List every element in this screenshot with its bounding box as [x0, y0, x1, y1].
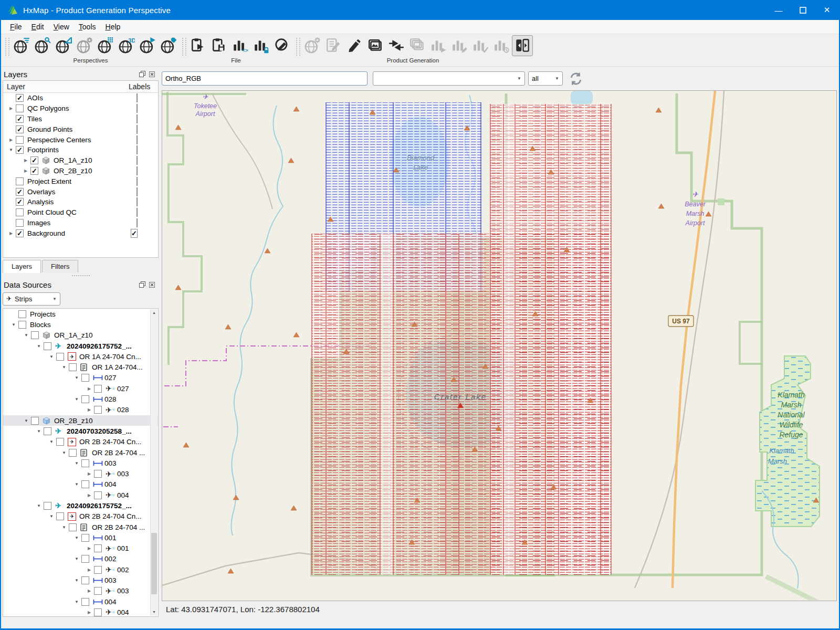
expand-arrow-icon[interactable]: ▼: [59, 365, 69, 370]
datasource-checkbox[interactable]: [44, 427, 51, 435]
datasource-checkbox[interactable]: [94, 385, 102, 393]
layer-labels-checkbox[interactable]: [136, 93, 138, 102]
merge-arrows-button[interactable]: [386, 35, 407, 56]
collapse-arrow-icon[interactable]: ▶: [6, 231, 16, 236]
expand-arrow-icon[interactable]: ▼: [9, 322, 18, 327]
collapse-arrow-icon[interactable]: ▶: [85, 568, 94, 572]
layer-visibility-checkbox[interactable]: ✓: [30, 156, 38, 164]
datasource-row-projects[interactable]: Projects: [3, 309, 158, 319]
chart-code-button[interactable]: <>: [230, 35, 251, 56]
datasource-row-20240926175752-[interactable]: ▼✈20240926175752_...: [3, 500, 158, 511]
datasource-checkbox[interactable]: [44, 342, 51, 350]
layer-visibility-checkbox[interactable]: ✓: [16, 198, 24, 206]
menu-help[interactable]: Help: [101, 21, 125, 33]
dock-splitter[interactable]: [3, 272, 159, 278]
chart-lock-button[interactable]: [251, 35, 272, 56]
layer-labels-checkbox[interactable]: [136, 187, 138, 196]
datasource-row-001[interactable]: ▼001: [3, 532, 158, 543]
close-icon[interactable]: [149, 71, 155, 78]
layer-row-overlays[interactable]: ✓Overlays: [3, 186, 158, 197]
layer-visibility-checkbox[interactable]: [16, 104, 24, 112]
toolbar-drag-handle[interactable]: [182, 38, 186, 56]
maximize-button[interactable]: [791, 0, 815, 20]
collapse-arrow-icon[interactable]: ▶: [85, 493, 94, 498]
globe-grid-button[interactable]: [95, 35, 116, 56]
collapse-arrow-icon[interactable]: ▶: [85, 407, 94, 412]
scroll-up-icon[interactable]: ▲: [151, 309, 158, 317]
datasource-checkbox[interactable]: [94, 544, 102, 552]
expand-arrow-icon[interactable]: ▼: [72, 536, 81, 540]
expand-arrow-icon[interactable]: ▼: [6, 148, 16, 152]
layer-labels-checkbox[interactable]: [136, 177, 138, 186]
layer-labels-checkbox[interactable]: [136, 197, 138, 206]
datasource-row-or-2b-24-704-cn-[interactable]: ▼✈OR 2B 24-704 Cn...: [3, 437, 158, 447]
expand-arrow-icon[interactable]: ▼: [34, 503, 44, 508]
clipboard-save-button[interactable]: [209, 35, 230, 56]
datasource-row-blocks[interactable]: ▼Blocks: [3, 319, 158, 330]
expand-arrow-icon[interactable]: ▼: [22, 418, 31, 423]
datasource-row-20240926175752-[interactable]: ▼✈20240926175752_...: [3, 341, 158, 351]
globe-filter-button[interactable]: [11, 35, 32, 56]
datasource-checkbox[interactable]: [94, 566, 102, 574]
datasource-row-20240703205258-[interactable]: ▼✈20240703205258_...: [3, 426, 158, 436]
datasource-checkbox[interactable]: [69, 523, 77, 531]
swap-view-button[interactable]: [512, 35, 533, 56]
minimize-button[interactable]: —: [766, 0, 791, 20]
collapse-arrow-icon[interactable]: ▶: [85, 589, 94, 593]
collapse-arrow-icon[interactable]: ▶: [21, 158, 30, 163]
menu-file[interactable]: File: [5, 21, 27, 33]
layer-row-perspective-centers[interactable]: ▶Perspective Centers: [3, 134, 158, 145]
expand-arrow-icon[interactable]: ▼: [72, 461, 81, 466]
toolbar-drag-handle[interactable]: [296, 38, 300, 56]
datasource-row-004[interactable]: ▼004: [3, 479, 158, 490]
title-bar[interactable]: HxMap - Product Generation Perspective —…: [1, 0, 839, 20]
collapse-arrow-icon[interactable]: ▶: [85, 471, 94, 476]
datasource-checkbox[interactable]: [94, 406, 102, 414]
datasource-checkbox[interactable]: [31, 417, 39, 425]
layer-row-or-2b-z10[interactable]: ▶✓OR_2B_z10: [3, 166, 158, 176]
datasource-checkbox[interactable]: [94, 608, 102, 616]
datasource-checkbox[interactable]: [18, 321, 26, 329]
datasource-checkbox[interactable]: [56, 512, 64, 520]
layer-row-tiles[interactable]: ✓Tiles: [3, 114, 158, 124]
scrollbar-thumb[interactable]: [151, 533, 157, 594]
close-icon[interactable]: [149, 281, 155, 288]
layer-row-analysis[interactable]: ✓Analysis: [3, 197, 158, 207]
datasource-row-004[interactable]: ▶✈≈004: [3, 607, 158, 617]
datasource-row-or-1a-z10[interactable]: ▼OR_1A_z10: [3, 330, 158, 341]
datasource-row-or-2b-24-704-[interactable]: ▼OR 2B 24-704 ...: [3, 447, 158, 458]
layer-labels-checkbox[interactable]: [136, 125, 138, 134]
datasource-checkbox[interactable]: [81, 576, 89, 584]
datasource-checkbox[interactable]: [94, 470, 102, 478]
layer-visibility-checkbox[interactable]: ✓: [30, 167, 38, 175]
datasource-checkbox[interactable]: [81, 395, 89, 403]
float-icon[interactable]: [139, 281, 145, 288]
layer-labels-checkbox[interactable]: [136, 135, 138, 144]
layer-row-aois[interactable]: ✓AOIs: [3, 93, 158, 103]
datasource-row-003[interactable]: ▼003: [3, 575, 158, 585]
globe-tools-button[interactable]: [158, 35, 179, 56]
layer-row-or-1a-z10[interactable]: ▶✓OR_1A_z10: [3, 155, 158, 166]
layer-visibility-checkbox[interactable]: ✓: [16, 125, 24, 133]
datasource-row-001[interactable]: ▶✈≈001: [3, 543, 158, 554]
menu-edit[interactable]: Edit: [27, 21, 49, 33]
globe-run-button[interactable]: [137, 35, 158, 56]
expand-arrow-icon[interactable]: ▼: [72, 397, 81, 402]
datasource-checkbox[interactable]: [69, 449, 77, 457]
expand-arrow-icon[interactable]: ▼: [72, 578, 81, 583]
image-gallery-button[interactable]: [365, 35, 386, 56]
layer-labels-checkbox[interactable]: [136, 218, 138, 227]
datasource-row-002[interactable]: ▼002: [3, 554, 158, 564]
datasource-row-003[interactable]: ▶✈≈003: [3, 586, 158, 596]
datasource-row-004[interactable]: ▼004: [3, 596, 158, 607]
expand-arrow-icon[interactable]: ▼: [59, 525, 69, 530]
datasource-row-027[interactable]: ▼027: [3, 373, 158, 383]
strips-mode-select[interactable]: ✈ Strips ▼: [3, 292, 60, 306]
datasource-checkbox[interactable]: [94, 491, 102, 499]
globe-measure-button[interactable]: [53, 35, 74, 56]
expand-arrow-icon[interactable]: ▼: [34, 429, 44, 434]
globe-search-button[interactable]: [32, 35, 53, 56]
layer-row-point-cloud-qc[interactable]: Point Cloud QC: [3, 207, 158, 218]
layer-visibility-checkbox[interactable]: [16, 208, 24, 216]
expand-arrow-icon[interactable]: ▼: [72, 482, 81, 487]
